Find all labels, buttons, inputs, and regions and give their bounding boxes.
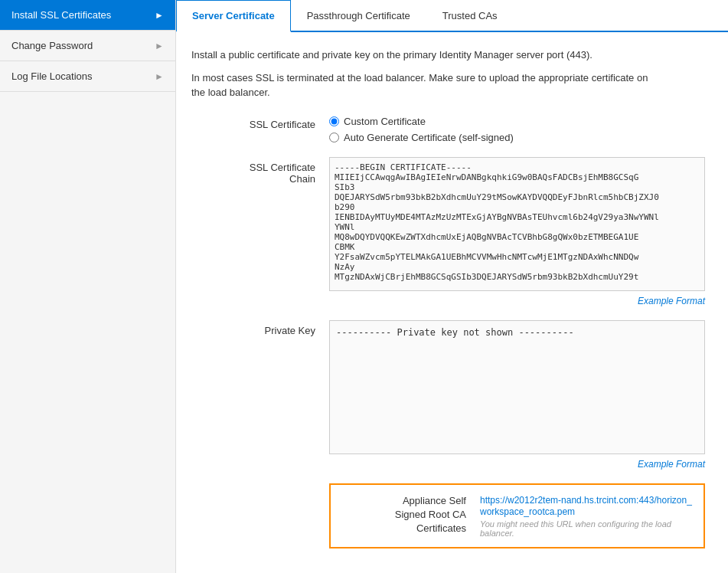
tab-bar: Server Certificate Passthrough Certifica… bbox=[176, 0, 728, 32]
private-key-example-format-link[interactable]: Example Format bbox=[329, 459, 705, 470]
sidebar: Install SSL Certificates ► Change Passwo… bbox=[0, 0, 176, 573]
ssl-chain-label: SSL CertificateChain bbox=[191, 157, 329, 185]
ssl-certificate-options: Custom Certificate Auto Generate Certifi… bbox=[329, 116, 705, 143]
ssl-certificate-label: SSL Certificate bbox=[191, 116, 329, 130]
sidebar-item-change-password[interactable]: Change Password ► bbox=[0, 31, 175, 61]
sidebar-item-log-file-locations[interactable]: Log File Locations ► bbox=[0, 61, 175, 92]
radio-custom-certificate[interactable]: Custom Certificate bbox=[329, 116, 705, 127]
ssl-certificate-row: SSL Certificate Custom Certificate Auto … bbox=[191, 116, 705, 143]
description-block: Install a public certificate and private… bbox=[191, 47, 651, 100]
appliance-label: Appliance SelfSigned Root CACertificates bbox=[342, 494, 480, 536]
appliance-url-link[interactable]: https://w2012r2tem-nand.hs.trcint.com:44… bbox=[480, 495, 692, 517]
private-key-textarea[interactable]: ---------- Private key not shown -------… bbox=[329, 320, 705, 454]
sidebar-item-install-ssl[interactable]: Install SSL Certificates ► bbox=[0, 0, 175, 31]
sidebar-item-label: Log File Locations bbox=[11, 70, 93, 82]
radio-auto-label: Auto Generate Certificate (self-signed) bbox=[344, 132, 514, 143]
ssl-chain-example-format-link[interactable]: Example Format bbox=[329, 296, 705, 306]
sidebar-item-label: Change Password bbox=[11, 40, 93, 51]
radio-auto-generate[interactable]: Auto Generate Certificate (self-signed) bbox=[329, 132, 705, 143]
tab-passthrough-certificate[interactable]: Passthrough Certificate bbox=[291, 0, 426, 32]
private-key-label: Private Key bbox=[191, 320, 329, 336]
radio-custom-label: Custom Certificate bbox=[344, 116, 426, 127]
appliance-inner: Appliance SelfSigned Root CACertificates… bbox=[342, 494, 692, 538]
chevron-right-icon: ► bbox=[155, 41, 164, 51]
content-area: Install a public certificate and private… bbox=[176, 32, 728, 573]
private-key-field: ---------- Private key not shown -------… bbox=[329, 320, 705, 470]
chevron-right-icon: ► bbox=[155, 10, 164, 21]
tab-trusted-cas[interactable]: Trusted CAs bbox=[426, 0, 514, 32]
ssl-chain-field: -----BEGIN CERTIFICATE----- MIIEIjCCAwqg… bbox=[329, 157, 705, 306]
main-content: Server Certificate Passthrough Certifica… bbox=[176, 0, 728, 573]
description-line2: In most cases SSL is terminated at the l… bbox=[191, 70, 651, 100]
description-line1: Install a public certificate and private… bbox=[191, 47, 651, 63]
appliance-hint: You might need this URL when configuring… bbox=[480, 519, 692, 538]
private-key-row: Private Key ---------- Private key not s… bbox=[191, 320, 705, 470]
appliance-box: Appliance SelfSigned Root CACertificates… bbox=[329, 483, 705, 548]
sidebar-item-label: Install SSL Certificates bbox=[11, 9, 111, 21]
tab-server-certificate[interactable]: Server Certificate bbox=[176, 0, 291, 32]
radio-group: Custom Certificate Auto Generate Certifi… bbox=[329, 116, 705, 143]
radio-custom-input[interactable] bbox=[329, 116, 339, 126]
ssl-chain-row: SSL CertificateChain -----BEGIN CERTIFIC… bbox=[191, 157, 705, 306]
ssl-chain-textarea[interactable]: -----BEGIN CERTIFICATE----- MIIEIjCCAwqg… bbox=[329, 157, 705, 291]
radio-auto-input[interactable] bbox=[329, 133, 339, 142]
appliance-value: https://w2012r2tem-nand.hs.trcint.com:44… bbox=[480, 494, 692, 538]
chevron-right-icon: ► bbox=[155, 71, 164, 82]
